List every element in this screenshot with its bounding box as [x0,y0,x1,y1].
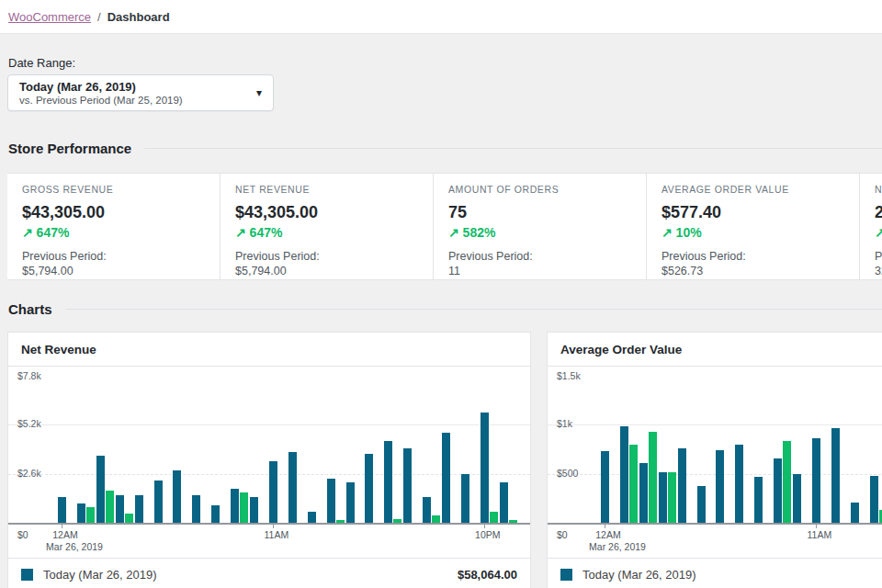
gridline [548,424,882,425]
bar-previous-period [490,512,498,523]
x-axis-date-label: Mar 26, 2019 [589,541,646,552]
charts-row: Net Revenue $7.8k$5.2k$2.6k $012AM11AM10… [7,332,882,588]
performance-cards-row: GROSS REVENUE$43,305.00↗ 647%Previous Pe… [7,173,882,280]
trend-up-icon: ↗ [662,225,673,240]
bar-previous-period [393,519,401,523]
chart-header: Net Revenue [8,333,530,367]
y-axis-label: $7.8k [17,370,41,381]
bar-previous-period [509,520,517,523]
previous-period-value: $5,794.00 [22,265,205,277]
trend-up-icon: ↗ [448,225,459,240]
bar-today [77,503,85,523]
chart-plot: $7.8k$5.2k$2.6k [8,367,530,525]
chart-title: Average Order Value [560,343,682,356]
bar-today [423,497,431,523]
y-axis-zero-label: $0 [557,529,568,540]
bar-today [639,463,648,523]
bar-previous-period [336,520,345,523]
chart-title: Net Revenue [21,343,96,356]
chart-xaxis: $012AM11AM10PMMar 26, 2019 [8,525,530,558]
legend-row-today[interactable]: Today (Mar 26, 2019)$58,064.00 [8,559,530,588]
date-range-dropdown[interactable]: Today (Mar 26, 2019) vs. Previous Period… [7,74,274,111]
trend-up-icon: ↗ [875,225,882,240]
bar-today [442,433,450,523]
average-order-value-chart-card: Average Order Value $1.5k$1k$500 $012AM1… [547,332,882,588]
x-axis-tick [605,525,605,528]
bar-today [870,476,878,523]
bar-today [620,426,628,523]
charts-heading: Charts [8,301,882,317]
performance-card: GROSS REVENUE$43,305.00↗ 647%Previous Pe… [7,174,220,279]
bar-today [365,454,373,523]
breadcrumb-link-woocommerce[interactable]: WooCommerce [8,10,91,24]
previous-period-value: $526.73 [662,265,844,277]
bar-today [346,482,355,523]
bar-today [831,428,840,523]
metric-value: $43,305.00 [235,203,418,222]
x-axis-label: 12AM [595,529,620,540]
charts-title: Charts [8,301,52,317]
bar-today [754,477,763,523]
performance-card: AVERAGE ORDER VALUE$577.40↗ 10%Previous … [647,174,860,279]
bar-today [327,479,335,523]
metric-label: GROSS REVENUE [22,184,205,195]
previous-period-label: Previous Period: [662,250,844,263]
previous-period-value: $5,794.00 [235,265,418,277]
trend-up-icon: ↗ [235,225,246,240]
bar-today [461,474,469,523]
previous-period-label: Previous Period: [22,250,205,263]
bar-today [96,456,105,523]
bar-today [308,512,316,523]
bar-previous-period [649,432,657,523]
metric-value: 75 [448,203,631,222]
store-performance-title: Store Performance [8,141,131,156]
chart-legend: Today (Mar 26, 2019)$58,064.00Previous P… [8,558,530,588]
x-axis-tick [62,525,62,528]
bar-previous-period [86,507,95,523]
bar-previous-period [125,514,133,523]
metric-value: 2, [875,203,882,222]
bar-today [154,481,163,523]
x-axis-date-label: Mar 26, 2019 [46,541,103,552]
date-range-selected: Today (Mar 26, 2019) [19,80,256,95]
legend-row-today[interactable]: Today (Mar 26, 2019) [548,559,882,588]
metric-trend: ↗ 10% [662,225,844,240]
chart-plot: $1.5k$1k$500 [548,367,882,525]
date-range-selection: Today (Mar 26, 2019) vs. Previous Period… [19,80,256,107]
legend-swatch [560,569,572,581]
bar-previous-period [879,510,882,523]
metric-trend: ↗ [875,225,882,240]
bar-today [403,448,412,523]
metric-label: NUMBER OF ITEMS SOLD [875,184,882,195]
previous-period-label: Previous Period: [235,250,418,263]
bar-today [659,472,667,523]
bar-today [735,445,743,523]
bar-today [192,495,200,523]
previous-period-label: Previous Period: [875,250,882,263]
performance-card: NET REVENUE$43,305.00↗ 647%Previous Peri… [220,174,434,279]
bar-today [500,482,508,523]
y-axis-label: $5.2k [17,418,41,429]
bar-previous-period [106,491,114,523]
gridline [8,424,530,425]
metric-trend: ↗ 647% [235,225,418,240]
bar-today [116,495,124,523]
bar-today [716,450,724,523]
bar-today [231,489,239,523]
x-axis-label: 11AM [265,529,289,540]
metric-trend: ↗ 647% [22,225,205,240]
legend-swatch [21,569,33,581]
date-range-comparison: vs. Previous Period (Mar 25, 2019) [19,95,256,107]
bar-today [601,451,609,523]
bar-today [58,497,66,523]
x-axis-tick [273,525,274,528]
bar-today [774,458,782,523]
legend-total: $58,064.00 [458,568,517,582]
x-axis-label: 11AM [808,529,832,540]
bar-today [250,497,258,523]
net-revenue-chart-card: Net Revenue $7.8k$5.2k$2.6k $012AM11AM10… [7,332,531,588]
bar-today [384,441,392,523]
breadcrumb-current-dashboard: Dashboard [107,10,170,24]
chart-legend: Today (Mar 26, 2019)Previous Period (Mar… [548,558,882,588]
performance-card: NUMBER OF ITEMS SOLD2,↗ Previous Period:… [860,174,882,279]
